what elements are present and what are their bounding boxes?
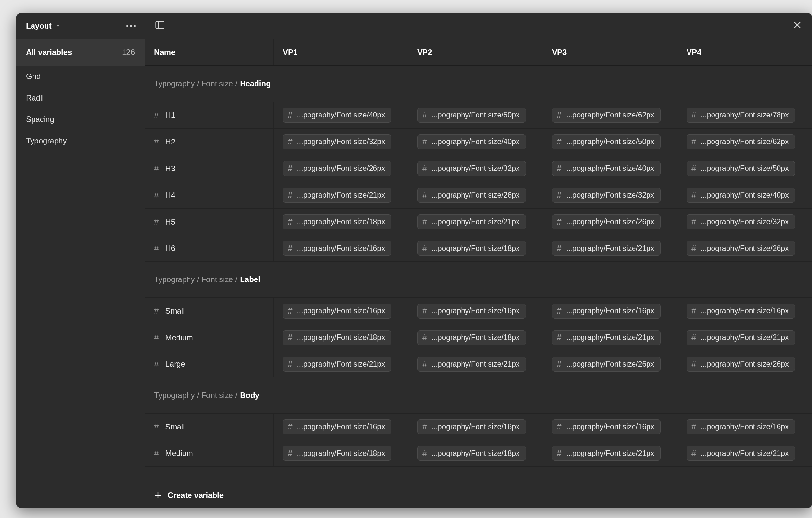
alias-pill[interactable]: #...pography/Font size/40px <box>283 108 392 123</box>
alias-pill[interactable]: #...pography/Font size/16px <box>687 304 795 319</box>
collection-more-button[interactable] <box>124 23 138 30</box>
variable-value-cell[interactable]: #...pography/Font size/21px <box>543 324 677 351</box>
variable-value-cell[interactable]: #...pography/Font size/18px <box>274 324 408 351</box>
group-header[interactable]: Typography / Font size / Heading <box>145 66 812 102</box>
variable-value-cell[interactable]: #...pography/Font size/16px <box>677 298 812 324</box>
variable-value-cell[interactable]: #...pography/Font size/18px <box>274 440 408 466</box>
alias-pill[interactable]: #...pography/Font size/32px <box>552 188 661 203</box>
alias-pill[interactable]: #...pography/Font size/16px <box>283 241 392 256</box>
group-header[interactable]: Typography / Font size / Body <box>145 377 812 413</box>
table-row[interactable]: #H6#...pography/Font size/16px#...pograp… <box>145 235 812 262</box>
variable-value-cell[interactable]: #...pography/Font size/26px <box>543 351 677 377</box>
variable-name-cell[interactable]: #Small <box>145 298 274 324</box>
alias-pill[interactable]: #...pography/Font size/16px <box>687 419 795 434</box>
alias-pill[interactable]: #...pography/Font size/32px <box>283 134 392 149</box>
alias-pill[interactable]: #...pography/Font size/26px <box>687 357 795 372</box>
column-header-mode[interactable]: VP4 <box>677 39 812 65</box>
variable-value-cell[interactable]: #...pography/Font size/16px <box>274 298 408 324</box>
alias-pill[interactable]: #...pography/Font size/26px <box>283 161 392 176</box>
alias-pill[interactable]: #...pography/Font size/26px <box>552 357 661 372</box>
sidebar-all-variables[interactable]: All variables 126 <box>16 39 145 66</box>
variable-value-cell[interactable]: #...pography/Font size/62px <box>543 102 677 128</box>
alias-pill[interactable]: #...pography/Font size/18px <box>283 330 392 345</box>
table-row[interactable]: #Medium#...pography/Font size/18px#...po… <box>145 324 812 351</box>
alias-pill[interactable]: #...pography/Font size/50px <box>417 108 526 123</box>
alias-pill[interactable]: #...pography/Font size/40px <box>552 161 661 176</box>
variable-value-cell[interactable]: #...pography/Font size/40px <box>274 102 408 128</box>
alias-pill[interactable]: #...pography/Font size/16px <box>283 304 392 319</box>
alias-pill[interactable]: #...pography/Font size/16px <box>417 304 526 319</box>
table-row[interactable]: #H1#...pography/Font size/40px#...pograp… <box>145 102 812 128</box>
alias-pill[interactable]: #...pography/Font size/21px <box>552 241 661 256</box>
variable-value-cell[interactable]: #...pography/Font size/50px <box>408 102 543 128</box>
sidebar-item[interactable]: Grid <box>16 66 145 87</box>
alias-pill[interactable]: #...pography/Font size/40px <box>687 188 795 203</box>
variable-value-cell[interactable]: #...pography/Font size/26px <box>677 235 812 261</box>
close-button[interactable] <box>791 19 804 33</box>
alias-pill[interactable]: #...pography/Font size/50px <box>687 161 795 176</box>
alias-pill[interactable]: #...pography/Font size/16px <box>283 419 392 434</box>
variable-value-cell[interactable]: #...pography/Font size/26px <box>677 351 812 377</box>
table-row[interactable]: #Large#...pography/Font size/21px#...pog… <box>145 351 812 377</box>
variable-value-cell[interactable]: #...pography/Font size/16px <box>408 413 543 440</box>
variable-name-cell[interactable]: #H1 <box>145 102 274 128</box>
variable-value-cell[interactable]: #...pography/Font size/18px <box>408 235 543 261</box>
alias-pill[interactable]: #...pography/Font size/21px <box>687 330 795 345</box>
alias-pill[interactable]: #...pography/Font size/18px <box>283 446 392 461</box>
alias-pill[interactable]: #...pography/Font size/32px <box>417 161 526 176</box>
variable-value-cell[interactable]: #...pography/Font size/18px <box>408 324 543 351</box>
alias-pill[interactable]: #...pography/Font size/62px <box>552 108 661 123</box>
alias-pill[interactable]: #...pography/Font size/40px <box>417 134 526 149</box>
alias-pill[interactable]: #...pography/Font size/78px <box>687 108 795 123</box>
alias-pill[interactable]: #...pography/Font size/26px <box>417 188 526 203</box>
variable-value-cell[interactable]: #...pography/Font size/40px <box>677 182 812 208</box>
variable-value-cell[interactable]: #...pography/Font size/21px <box>543 440 677 466</box>
variable-value-cell[interactable]: #...pography/Font size/40px <box>408 129 543 155</box>
alias-pill[interactable]: #...pography/Font size/16px <box>417 419 526 434</box>
sidebar-item[interactable]: Spacing <box>16 109 145 130</box>
alias-pill[interactable]: #...pography/Font size/21px <box>283 188 392 203</box>
table-row[interactable]: #H3#...pography/Font size/26px#...pograp… <box>145 155 812 182</box>
variable-value-cell[interactable]: #...pography/Font size/16px <box>274 413 408 440</box>
variable-value-cell[interactable]: #...pography/Font size/21px <box>543 235 677 261</box>
variable-value-cell[interactable]: #...pography/Font size/32px <box>677 209 812 235</box>
column-header-mode[interactable]: VP2 <box>408 39 543 65</box>
toggle-sidebar-button[interactable] <box>153 19 167 33</box>
group-header[interactable]: Typography / Font size / Label <box>145 262 812 297</box>
variable-value-cell[interactable]: #...pography/Font size/18px <box>408 440 543 466</box>
variable-value-cell[interactable]: #...pography/Font size/62px <box>677 129 812 155</box>
variable-value-cell[interactable]: #...pography/Font size/21px <box>677 324 812 351</box>
variable-name-cell[interactable]: #H2 <box>145 129 274 155</box>
alias-pill[interactable]: #...pography/Font size/26px <box>552 214 661 229</box>
table-row[interactable]: #Small#...pography/Font size/16px#...pog… <box>145 297 812 324</box>
column-header-name[interactable]: Name <box>145 39 274 65</box>
variable-value-cell[interactable]: #...pography/Font size/32px <box>274 129 408 155</box>
variable-value-cell[interactable]: #...pography/Font size/21px <box>274 351 408 377</box>
table-row[interactable]: #H5#...pography/Font size/18px#...pograp… <box>145 208 812 235</box>
alias-pill[interactable]: #...pography/Font size/21px <box>417 214 526 229</box>
variable-value-cell[interactable]: #...pography/Font size/16px <box>677 413 812 440</box>
variable-name-cell[interactable]: #Medium <box>145 440 274 466</box>
variable-value-cell[interactable]: #...pography/Font size/78px <box>677 102 812 128</box>
variable-name-cell[interactable]: #Small <box>145 413 274 440</box>
table-row[interactable]: #H2#...pography/Font size/32px#...pograp… <box>145 128 812 155</box>
alias-pill[interactable]: #...pography/Font size/21px <box>552 330 661 345</box>
alias-pill[interactable]: #...pography/Font size/21px <box>687 446 795 461</box>
collection-selector[interactable]: Layout <box>26 22 61 31</box>
variable-value-cell[interactable]: #...pography/Font size/21px <box>408 209 543 235</box>
alias-pill[interactable]: #...pography/Font size/50px <box>552 134 661 149</box>
alias-pill[interactable]: #...pography/Font size/18px <box>417 241 526 256</box>
variable-value-cell[interactable]: #...pography/Font size/32px <box>543 182 677 208</box>
variable-value-cell[interactable]: #...pography/Font size/16px <box>408 298 543 324</box>
alias-pill[interactable]: #...pography/Font size/16px <box>552 419 661 434</box>
variable-value-cell[interactable]: #...pography/Font size/18px <box>274 209 408 235</box>
alias-pill[interactable]: #...pography/Font size/16px <box>552 304 661 319</box>
variable-value-cell[interactable]: #...pography/Font size/32px <box>408 155 543 182</box>
variable-value-cell[interactable]: #...pography/Font size/16px <box>543 298 677 324</box>
alias-pill[interactable]: #...pography/Font size/32px <box>687 214 795 229</box>
variable-value-cell[interactable]: #...pography/Font size/50px <box>677 155 812 182</box>
alias-pill[interactable]: #...pography/Font size/62px <box>687 134 795 149</box>
variable-name-cell[interactable]: #H3 <box>145 155 274 182</box>
alias-pill[interactable]: #...pography/Font size/26px <box>687 241 795 256</box>
variable-name-cell[interactable]: #H5 <box>145 209 274 235</box>
